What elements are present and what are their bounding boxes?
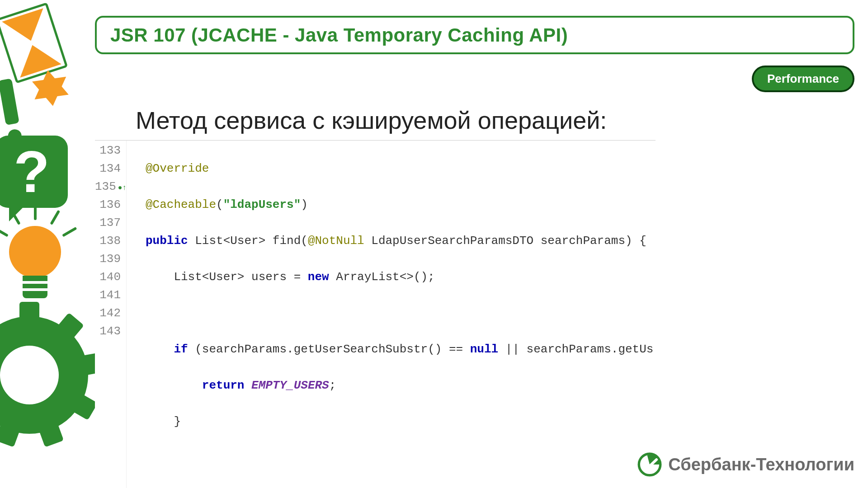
sberbank-logo-icon <box>637 452 662 477</box>
title-bar: JSR 107 (JCACHE - Java Temporary Caching… <box>95 16 854 54</box>
code-body: @Override @Cacheable("ldapUsers") public… <box>127 141 656 488</box>
question-bubble-icon: ? <box>0 136 68 208</box>
code-gutter: 133134135136137 138139140141142143 <box>95 141 127 488</box>
section-subtitle: Метод сервиса с кэшируемой операцией: <box>136 106 607 134</box>
gear-icon <box>0 316 88 434</box>
hourglass-icon <box>0 2 68 84</box>
lightbulb-icon <box>9 226 61 298</box>
exclamation-icon <box>0 78 23 144</box>
code-block: 133134135136137 138139140141142143 @Over… <box>95 140 656 488</box>
slide-title: JSR 107 (JCACHE - Java Temporary Caching… <box>110 24 568 46</box>
performance-badge: Performance <box>752 66 854 92</box>
footer-brand: Сбербанк-Технологии <box>637 452 854 477</box>
decorative-strip: ? <box>0 0 90 488</box>
footer-brand-text: Сбербанк-Технологии <box>668 455 854 474</box>
